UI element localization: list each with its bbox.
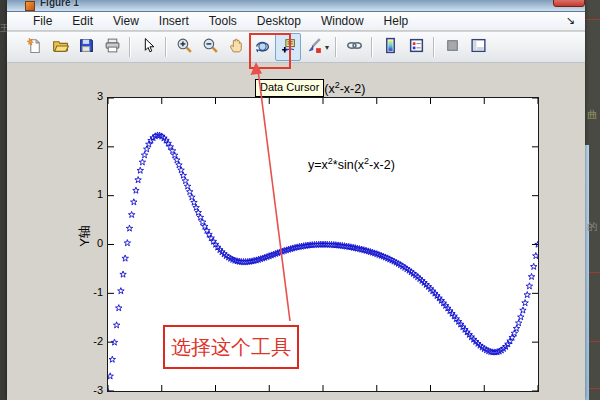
menu-item-window[interactable]: Window	[311, 14, 374, 28]
toolbar-separator	[371, 37, 373, 57]
background-window-right: 曲 的	[585, 0, 600, 400]
y-tick-label: 2	[77, 139, 103, 151]
y-tick-label: -1	[77, 286, 103, 298]
y-tick-label: 3	[77, 90, 103, 102]
zoom-in-button[interactable]	[171, 33, 197, 61]
show-plot-tools-icon	[470, 37, 487, 58]
tooltip-data-cursor: Data Cursor	[255, 79, 324, 97]
close-button[interactable]	[553, 0, 585, 7]
brush-dropdown-arrow[interactable]: ▾	[325, 43, 329, 52]
insert-legend-button[interactable]	[403, 33, 429, 61]
zoom-in-icon	[176, 37, 193, 58]
y-tick-label: -2	[77, 335, 103, 347]
title-bar[interactable]: Figure 1	[7, 0, 585, 12]
y-tick-label: -3	[77, 384, 103, 396]
open-file-icon	[52, 37, 69, 58]
insert-colorbar-button[interactable]	[377, 33, 403, 61]
brush-icon	[306, 37, 323, 58]
new-figure-icon	[26, 37, 43, 58]
background-divider	[585, 19, 600, 20]
print-figure-icon	[104, 37, 121, 58]
equation-annotation: y=x2*sin(x2-x-2)	[308, 156, 395, 172]
toolbar-separator	[433, 37, 435, 57]
insert-legend-icon	[408, 37, 425, 58]
show-plot-tools-button[interactable]	[465, 33, 491, 61]
menu-item-insert[interactable]: Insert	[149, 14, 199, 28]
menu-item-view[interactable]: View	[103, 14, 149, 28]
hide-plot-tools-icon	[444, 37, 461, 58]
menu-item-desktop[interactable]: Desktop	[247, 14, 311, 28]
pan-button[interactable]	[223, 33, 249, 61]
save-figure-icon	[78, 37, 95, 58]
zoom-out-icon	[202, 37, 219, 58]
hide-plot-tools-button[interactable]	[439, 33, 465, 61]
save-figure-button[interactable]	[73, 33, 99, 61]
insert-colorbar-icon	[382, 37, 399, 58]
window-glow-edge	[585, 145, 589, 400]
y-axis-label: Y轴	[76, 214, 94, 258]
menu-item-file[interactable]: File	[23, 14, 62, 28]
pointer-button[interactable]	[135, 33, 161, 61]
toolbar: ▾	[7, 32, 585, 63]
print-figure-button[interactable]	[99, 33, 125, 61]
new-figure-button[interactable]	[21, 33, 47, 61]
menu-item-help[interactable]: Help	[374, 14, 419, 28]
figure-app-icon	[25, 1, 35, 11]
background-text-fragment: 的	[587, 220, 597, 234]
open-file-button[interactable]	[47, 33, 73, 61]
link-plots-button[interactable]	[341, 33, 367, 61]
toolbar-separator	[129, 37, 131, 57]
toolbar-separator	[165, 37, 167, 57]
pointer-icon	[140, 37, 157, 58]
zoom-out-button[interactable]	[197, 33, 223, 61]
menu-bar: FileEditViewInsertToolsDesktopWindowHelp	[7, 12, 585, 31]
menu-item-edit[interactable]: Edit	[62, 14, 103, 28]
window-title: Figure 1	[40, 0, 79, 8]
callout-text: 选择这个工具	[171, 334, 291, 361]
background-text-fragment: 曲	[587, 108, 597, 122]
red-callout-box: 选择这个工具	[163, 325, 299, 369]
dock-arrow-icon[interactable]: ↘	[566, 14, 575, 27]
brush-button[interactable]	[301, 33, 327, 61]
menu-item-tools[interactable]: Tools	[199, 14, 247, 28]
red-highlight-box	[249, 33, 291, 69]
y-tick-label: 1	[77, 188, 103, 200]
toolbar-separator	[335, 37, 337, 57]
link-plots-icon	[346, 37, 363, 58]
pan-icon	[228, 37, 245, 58]
